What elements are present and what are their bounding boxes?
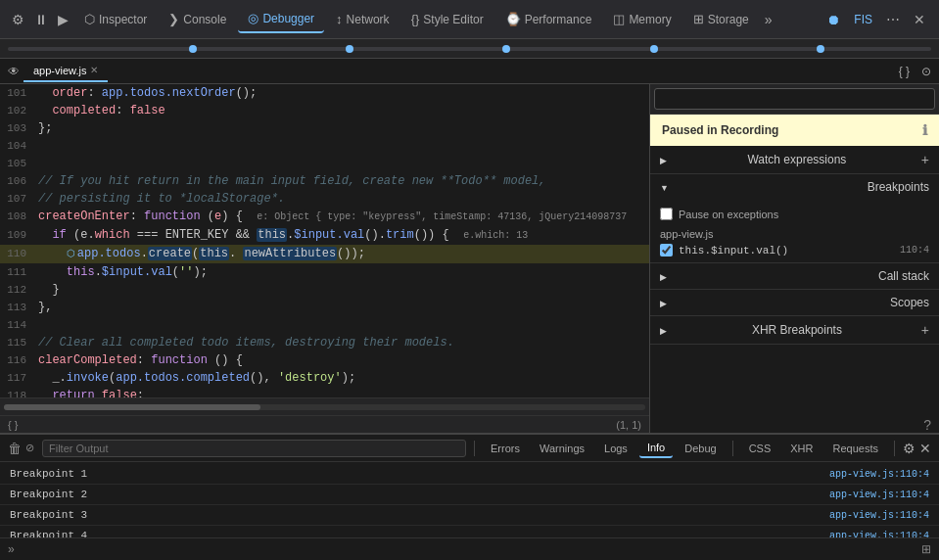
code-lines: 101 order: app.todos.nextOrder(); 102 co… — [0, 84, 649, 422]
breakpoint-item-1[interactable]: this.$input.val() 110:4 — [660, 242, 929, 258]
console-item-location[interactable]: app-view.js:110:4 — [829, 510, 929, 521]
pause-icon[interactable]: ⏸ — [30, 8, 52, 31]
horizontal-scrollbar[interactable] — [0, 397, 649, 415]
watch-expressions-section: Watch expressions + — [650, 146, 939, 174]
errors-btn[interactable]: Errors — [483, 440, 528, 457]
file-tab-name: app-view.js — [33, 65, 86, 76]
devtools-icon[interactable]: ⚙ — [8, 8, 28, 31]
breakpoint-checkbox[interactable] — [660, 244, 673, 257]
code-line-108: 108 createOnEnter: function (e) { e: Obj… — [0, 208, 649, 226]
tab-inspector[interactable]: ⬡ Inspector — [74, 6, 157, 32]
fis-btn[interactable]: FIS — [848, 9, 878, 30]
storage-icon: ⊞ — [693, 12, 704, 26]
code-line-102: 102 completed: false — [0, 102, 649, 119]
xhr-breakpoints-header[interactable]: XHR Breakpoints + — [650, 316, 939, 344]
xhr-btn[interactable]: XHR — [782, 440, 821, 457]
tab-style-editor[interactable]: {} Style Editor — [401, 6, 493, 32]
pretty-print-status[interactable]: { } — [8, 419, 18, 431]
style-editor-icon: {} — [411, 12, 420, 26]
console-item-label: Breakpoint 3 — [10, 509, 829, 521]
console-item-location[interactable]: app-view.js:110:4 — [829, 469, 929, 480]
code-line-115: 115 // Clear all completed todo items, d… — [0, 334, 649, 351]
css-btn[interactable]: CSS — [741, 440, 779, 457]
console-item-2[interactable]: Breakpoint 2 app-view.js:110:4 — [0, 485, 939, 505]
blackbox-btn[interactable]: ⊙ — [917, 63, 935, 80]
pause-exceptions-checkbox[interactable] — [660, 208, 673, 220]
call-stack-label: Call stack — [878, 269, 929, 283]
paused-info-icon[interactable]: ℹ — [922, 122, 927, 138]
console-item-location[interactable]: app-view.js:110:4 — [829, 531, 929, 538]
code-panel[interactable]: 101 order: app.todos.nextOrder(); 102 co… — [0, 84, 650, 433]
memory-icon: ◫ — [613, 12, 625, 26]
console-clear-btn[interactable]: 🗑 — [8, 441, 22, 456]
right-panel: Paused in Recording ℹ Watch expressions … — [650, 84, 939, 433]
call-stack-header[interactable]: Call stack — [650, 263, 939, 289]
separator-3 — [894, 441, 895, 456]
warnings-btn[interactable]: Warnings — [532, 440, 592, 457]
tab-memory-label: Memory — [629, 13, 671, 26]
right-panel-search[interactable] — [654, 88, 935, 110]
xhr-breakpoints-section: XHR Breakpoints + — [650, 316, 939, 345]
tab-storage-label: Storage — [708, 13, 749, 26]
scopes-header[interactable]: Scopes — [650, 290, 939, 315]
console-icon: ❯ — [168, 12, 179, 26]
breakpoints-header[interactable]: Breakpoints — [650, 174, 939, 200]
console-item-1[interactable]: Breakpoint 1 app-view.js:110:4 — [0, 464, 939, 485]
console-input[interactable] — [19, 542, 917, 556]
scrubber-track[interactable] — [8, 47, 931, 51]
console-input-row: » ⊞ — [0, 537, 939, 560]
console-settings-btn[interactable]: ⚙ — [903, 441, 916, 456]
code-line-113: 113 }, — [0, 299, 649, 316]
requests-btn[interactable]: Requests — [825, 440, 886, 457]
tab-memory[interactable]: ◫ Memory — [603, 6, 681, 32]
tab-performance[interactable]: ⌚ Performance — [495, 6, 602, 32]
tab-debugger[interactable]: ◎ Debugger — [238, 5, 324, 33]
pretty-print-btn[interactable]: { } — [895, 63, 914, 80]
scrubber-dot-2 — [346, 45, 353, 53]
call-stack-chevron-icon — [660, 269, 667, 283]
inspector-icon: ⬡ — [84, 12, 95, 26]
xhr-breakpoints-label: XHR Breakpoints — [752, 323, 842, 337]
info-btn[interactable]: Info — [639, 439, 673, 458]
watch-expressions-header[interactable]: Watch expressions + — [650, 146, 939, 173]
watch-expressions-label: Watch expressions — [747, 153, 846, 166]
console-expand-btn[interactable]: ⊞ — [921, 542, 931, 556]
tab-storage[interactable]: ⊞ Storage — [683, 6, 759, 32]
filter-input[interactable] — [42, 440, 466, 457]
file-tab-close[interactable]: ✕ — [90, 65, 98, 75]
sources-icon[interactable]: 👁 — [4, 61, 23, 82]
tab-console[interactable]: ❯ Console — [159, 6, 236, 32]
filter-icon: ⊘ — [25, 442, 34, 454]
debug-btn[interactable]: Debug — [677, 440, 724, 457]
breakpoint-location: 110:4 — [900, 245, 929, 256]
breakpoint-file-name: app-view.js — [660, 224, 929, 242]
scopes-chevron-icon — [660, 296, 667, 309]
console-item-location[interactable]: app-view.js:110:4 — [829, 490, 929, 500]
network-icon: ↕ — [336, 12, 343, 26]
scrubber-bar[interactable] — [0, 39, 939, 59]
breakpoints-section: Breakpoints Pause on exceptions app-view… — [650, 174, 939, 263]
scroll-track[interactable] — [4, 404, 645, 410]
console-close-btn[interactable]: ✕ — [919, 441, 931, 456]
file-tab-app-view[interactable]: app-view.js ✕ — [23, 61, 108, 82]
expand-console-btn[interactable]: » — [8, 542, 15, 556]
pause-exceptions-row: Pause on exceptions — [660, 204, 929, 224]
code-line-106: 106 // If you hit return in the main inp… — [0, 172, 649, 190]
help-btn[interactable]: ? — [923, 417, 931, 433]
logs-btn[interactable]: Logs — [596, 440, 635, 457]
more-tabs-btn[interactable]: » — [761, 8, 776, 31]
scrubber-dot-5 — [817, 45, 824, 53]
play-icon[interactable]: ▶ — [54, 8, 72, 31]
console-item-4[interactable]: Breakpoint 4 app-view.js:110:4 — [0, 526, 939, 537]
tab-network[interactable]: ↕ Network — [326, 6, 399, 32]
close-btn[interactable]: ✕ — [908, 8, 931, 31]
console-toolbar: 🗑 ⊘ Errors Warnings Logs Info Debug CSS … — [0, 435, 939, 462]
options-btn[interactable]: ⋯ — [880, 8, 906, 31]
record-btn[interactable]: ⏺ — [821, 8, 846, 31]
watch-add-btn[interactable]: + — [921, 152, 929, 167]
debug-toolbar: ⏺ FIS ⋯ ✕ — [821, 8, 931, 31]
console-item-label: Breakpoint 2 — [10, 489, 829, 500]
scopes-section: Scopes — [650, 290, 939, 316]
console-item-3[interactable]: Breakpoint 3 app-view.js:110:4 — [0, 505, 939, 526]
xhr-add-btn[interactable]: + — [921, 322, 929, 338]
